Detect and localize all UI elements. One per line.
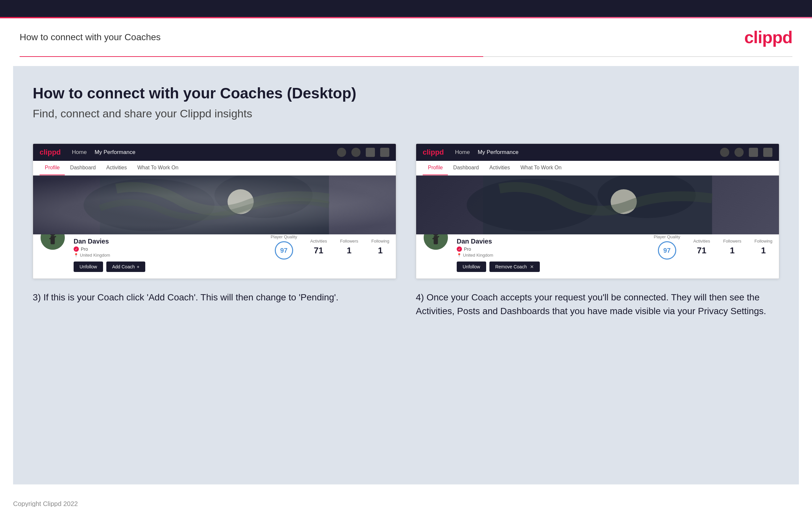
remove-coach-label: Remove Coach — [495, 264, 527, 269]
logo: clippd — [744, 27, 792, 47]
location-text-1: United Kingdom — [80, 253, 110, 258]
cover-pattern-1 — [33, 175, 396, 234]
tab-profile-2[interactable]: Profile — [423, 161, 448, 175]
mock-stats-1: Player Quality 97 Activities 71 Follower… — [270, 234, 389, 260]
mock-profile-section-1: Dan Davies ✓ Pro 📍 United Kingdom Unfoll… — [33, 234, 396, 279]
mock-user-info-2: Dan Davies ✓ Pro 📍 United Kingdom Unfoll… — [457, 234, 654, 272]
caption-2: 4) Once your Coach accepts your request … — [416, 291, 779, 318]
plus-icon: + — [137, 264, 139, 269]
mock-nav-performance-1[interactable]: My Performance — [95, 149, 136, 156]
main-content: How to connect with your Coaches (Deskto… — [13, 66, 799, 485]
screenshots-row: clippd Home My Performance Profile Dashb… — [33, 144, 779, 318]
search-icon-2[interactable] — [720, 148, 729, 157]
remove-coach-button[interactable]: Remove Coach ✕ — [490, 262, 540, 272]
search-icon-1[interactable] — [337, 148, 346, 157]
page-heading: How to connect with your Coaches (Deskto… — [33, 84, 779, 102]
mock-stat-followers-2: Followers 1 — [723, 239, 741, 256]
activities-value-1: 71 — [310, 245, 327, 256]
followers-value-1: 1 — [340, 245, 358, 256]
mock-tabs-1: Profile Dashboard Activities What To Wor… — [33, 161, 396, 175]
verified-icon-1: ✓ — [73, 246, 79, 252]
screenshot-2: clippd Home My Performance Profile Dashb… — [416, 144, 779, 279]
tab-what-to-work-on-2[interactable]: What To Work On — [515, 161, 567, 175]
mock-user-badge-1: ✓ Pro — [73, 246, 270, 252]
quality-circle-1: 97 — [275, 241, 293, 260]
mock-nav-home-1[interactable]: Home — [72, 149, 87, 156]
unfollow-button-2[interactable]: Unfollow — [457, 262, 486, 272]
page-subheading: Find, connect and share your Clippd insi… — [33, 107, 779, 120]
location-text-2: United Kingdom — [463, 253, 493, 258]
location-pin-1: 📍 — [73, 253, 79, 258]
user-icon-1[interactable] — [351, 148, 360, 157]
mock-stat-activities-2: Activities 71 — [693, 239, 710, 256]
settings-icon-2[interactable] — [749, 148, 758, 157]
tab-activities-2[interactable]: Activities — [484, 161, 515, 175]
mock-stat-activities-1: Activities 71 — [310, 239, 327, 256]
quality-label-2: Player Quality — [654, 234, 680, 239]
mock-cover-2 — [416, 175, 779, 234]
tab-profile-1[interactable]: Profile — [40, 161, 65, 175]
verified-icon-2: ✓ — [457, 246, 462, 252]
mock-user-role-2: Pro — [464, 246, 471, 252]
tab-what-to-work-on-1[interactable]: What To Work On — [132, 161, 184, 175]
followers-label-2: Followers — [723, 239, 741, 243]
top-bar — [0, 0, 812, 17]
following-value-1: 1 — [371, 245, 389, 256]
mock-logo-1: clippd — [40, 148, 61, 157]
tab-activities-1[interactable]: Activities — [101, 161, 132, 175]
mock-actions-2: Unfollow Remove Coach ✕ — [457, 262, 654, 272]
footer: Copyright Clippd 2022 — [0, 494, 812, 507]
followers-value-2: 1 — [723, 245, 741, 256]
mock-user-info-1: Dan Davies ✓ Pro 📍 United Kingdom Unfoll… — [73, 234, 270, 272]
following-value-2: 1 — [754, 245, 772, 256]
tab-dashboard-1[interactable]: Dashboard — [65, 161, 101, 175]
mock-profile-section-2: Dan Davies ✓ Pro 📍 United Kingdom Unfoll… — [416, 234, 779, 279]
mock-user-location-1: 📍 United Kingdom — [73, 253, 270, 258]
caption-1: 3) If this is your Coach click 'Add Coac… — [33, 291, 396, 304]
mock-stats-2: Player Quality 97 Activities 71 Follower… — [654, 234, 772, 260]
settings-icon-1[interactable] — [366, 148, 375, 157]
add-coach-button[interactable]: Add Coach + — [106, 262, 145, 272]
followers-label-1: Followers — [340, 239, 358, 243]
mock-user-name-2: Dan Davies — [457, 238, 654, 245]
add-coach-label: Add Coach — [112, 264, 135, 269]
mock-navbar-2: clippd Home My Performance — [416, 144, 779, 161]
cover-svg-2 — [416, 175, 779, 234]
mock-stat-following-1: Following 1 — [371, 239, 389, 256]
following-label-1: Following — [371, 239, 389, 243]
mock-tabs-2: Profile Dashboard Activities What To Wor… — [416, 161, 779, 175]
screenshot-2-col: clippd Home My Performance Profile Dashb… — [416, 144, 779, 318]
avatar-icon-1[interactable] — [380, 148, 389, 157]
mock-cover-1 — [33, 175, 396, 234]
remove-x-icon: ✕ — [530, 264, 534, 269]
unfollow-button-1[interactable]: Unfollow — [73, 262, 103, 272]
tab-dashboard-2[interactable]: Dashboard — [448, 161, 484, 175]
copyright-text: Copyright Clippd 2022 — [13, 500, 78, 507]
mock-user-location-2: 📍 United Kingdom — [457, 253, 654, 258]
mock-logo-2: clippd — [423, 148, 444, 157]
location-pin-2: 📍 — [457, 253, 462, 258]
mock-nav-performance-2[interactable]: My Performance — [478, 149, 518, 156]
page-title: How to connect with your Coaches — [20, 32, 161, 43]
mock-navbar-1: clippd Home My Performance — [33, 144, 396, 161]
mock-nav-home-2[interactable]: Home — [455, 149, 470, 156]
activities-label-1: Activities — [310, 239, 327, 243]
mock-stat-following-2: Following 1 — [754, 239, 772, 256]
screenshot-1: clippd Home My Performance Profile Dashb… — [33, 144, 396, 279]
mock-stat-quality-2: Player Quality 97 — [654, 234, 680, 260]
mock-nav-icons-2 — [720, 148, 772, 157]
screenshot-1-col: clippd Home My Performance Profile Dashb… — [33, 144, 396, 318]
activities-value-2: 71 — [693, 245, 710, 256]
mock-stat-quality-1: Player Quality 97 — [270, 234, 297, 260]
header: How to connect with your Coaches clippd — [0, 18, 812, 56]
following-label-2: Following — [754, 239, 772, 243]
user-icon-2[interactable] — [734, 148, 744, 157]
mock-user-name-1: Dan Davies — [73, 238, 270, 245]
mock-nav-icons-1 — [337, 148, 389, 157]
quality-label-1: Player Quality — [270, 234, 297, 239]
mock-user-role-1: Pro — [81, 246, 88, 252]
mock-actions-1: Unfollow Add Coach + — [73, 262, 270, 272]
quality-circle-2: 97 — [658, 241, 676, 260]
avatar-icon-2[interactable] — [763, 148, 772, 157]
activities-label-2: Activities — [693, 239, 710, 243]
